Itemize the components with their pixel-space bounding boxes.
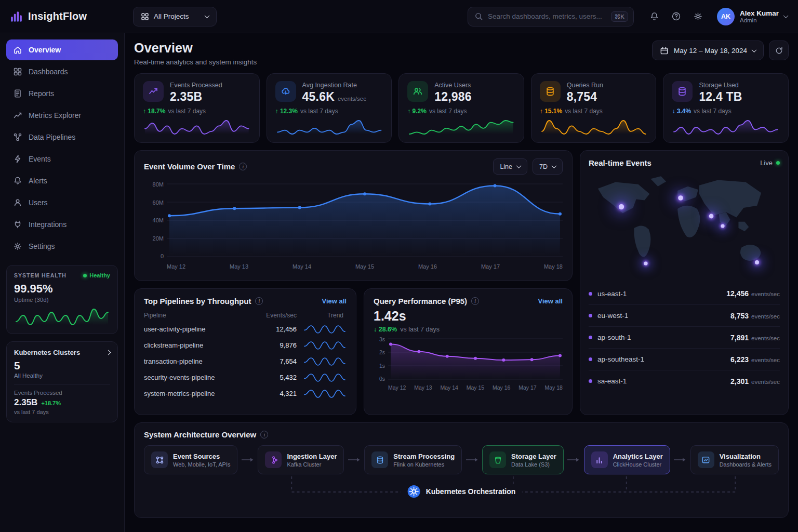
help-button[interactable] — [667, 7, 686, 26]
p95-delta: ↓ 28.6% — [374, 326, 397, 333]
monitor-chart-icon — [698, 451, 714, 468]
map-marker-layer — [589, 172, 780, 280]
kpi-label: Avg Ingestion Rate — [302, 82, 366, 89]
map-marker — [755, 260, 759, 264]
region-dot — [589, 379, 592, 383]
table-row[interactable]: user-activity-pipeline 12,456 — [144, 321, 347, 337]
cluster-count: 5 — [14, 360, 110, 372]
tick-label: May 15 — [467, 384, 484, 391]
tick-label: 2s — [379, 349, 385, 355]
kpi-sparkline — [407, 118, 515, 136]
date-range-picker[interactable]: May 12 – May 18, 2024 — [652, 41, 764, 60]
tick-label: May 16 — [493, 384, 510, 391]
kpi-delta: ↑ 12.3% — [275, 108, 298, 115]
sidebar-item-label: Dashboards — [29, 68, 68, 76]
arch-node-stream-processing[interactable]: Stream ProcessingFlink on Kubernetes — [364, 445, 462, 474]
event-volume-chart — [167, 181, 563, 259]
trend-sparkline — [303, 373, 347, 383]
x-axis: May 12May 13May 14May 15May 16May 17May … — [388, 384, 563, 391]
kpi-caption: vs last 7 days — [168, 108, 206, 115]
tick-label: 80M — [153, 181, 164, 188]
refresh-button[interactable] — [769, 41, 789, 60]
view-all-link[interactable]: View all — [322, 297, 347, 305]
kpi-card-active-users: Active Users 12,986 ↑ 9.2% vs last 7 day… — [398, 73, 524, 143]
sidebar-item-integrations[interactable]: Integrations — [6, 214, 118, 235]
sidebar-item-events[interactable]: Events — [6, 149, 118, 169]
sidebar-item-users[interactable]: Users — [6, 192, 118, 213]
sidebar-item-settings[interactable]: Settings — [6, 236, 118, 257]
sidebar-item-label: Integrations — [29, 220, 66, 229]
main-content: Overview Real-time analytics and system … — [125, 33, 798, 532]
arch-node-analytics-layer[interactable]: Analytics LayerClickHouse Cluster — [584, 445, 670, 474]
system-health-card: SYSTEM HEALTH Healthy 99.95% Uptime (30d… — [6, 265, 118, 334]
info-icon[interactable] — [260, 431, 268, 438]
sidebar-item-overview[interactable]: Overview — [6, 39, 118, 60]
sidebar-item-label: Events — [29, 155, 51, 163]
region-row[interactable]: us-east-1 12,456events/sec — [589, 283, 780, 304]
kpi-caption: vs last 7 days — [300, 108, 338, 115]
search-input[interactable] — [488, 12, 606, 20]
view-all-link[interactable]: View all — [538, 297, 563, 305]
events-processed-value: 2.35B — [14, 397, 37, 408]
arch-node-title: Stream Processing — [393, 453, 455, 460]
kubernetes-card[interactable]: Kubernetes Clusters 5 All Healthy Events… — [6, 341, 118, 422]
region-list: us-east-1 12,456events/sec eu-west-1 8,7… — [589, 283, 780, 392]
chart-type-select[interactable]: Line — [493, 158, 527, 175]
sidebar-item-label: Data Pipelines — [29, 133, 75, 141]
nodes-icon — [151, 451, 168, 468]
arch-node-storage-layer[interactable]: Storage LayerData Lake (S3) — [482, 445, 564, 474]
table-row[interactable]: clickstream-pipeline 9,876 — [144, 337, 347, 353]
sidebar-item-reports[interactable]: Reports — [6, 83, 118, 104]
info-icon[interactable] — [255, 297, 263, 305]
range-select[interactable]: 7D — [533, 158, 563, 175]
events-processed-delta: +18.7% — [41, 400, 61, 406]
kpi-caption: vs last 7 days — [565, 108, 603, 115]
tick-label: May 13 — [414, 384, 432, 391]
header-actions — [645, 7, 708, 26]
user-menu[interactable]: AK Alex Kumar Admin — [717, 8, 788, 25]
info-icon[interactable] — [239, 163, 247, 170]
region-dot — [589, 336, 592, 339]
top-bar: InsightFlow All Projects ⌘K — [0, 0, 798, 33]
table-row[interactable]: system-metrics-pipeline 4,321 — [144, 385, 347, 402]
bell-icon — [649, 11, 659, 21]
chevron-down-icon — [204, 13, 209, 18]
tick-label: May 14 — [292, 263, 311, 270]
info-icon[interactable] — [471, 297, 479, 305]
notifications-button[interactable] — [645, 7, 664, 26]
kpi-label: Active Users — [434, 82, 475, 89]
sidebar-item-data-pipelines[interactable]: Data Pipelines — [6, 127, 118, 148]
pipeline-name: user-activity-pipeline — [144, 325, 252, 333]
settings-button[interactable] — [689, 7, 708, 26]
sidebar-item-metrics-explorer[interactable]: Metrics Explorer — [6, 105, 118, 126]
map-marker — [721, 224, 724, 228]
table-row[interactable]: security-events-pipeline 5,432 — [144, 369, 347, 385]
project-selector[interactable]: All Projects — [133, 7, 217, 26]
arch-node-visualization[interactable]: VisualizationDashboards & Alerts — [690, 445, 779, 474]
region-value: 7,891 — [730, 334, 749, 342]
search-box[interactable]: ⌘K — [468, 7, 634, 26]
arrow-icon — [567, 457, 580, 462]
sidebar-item-alerts[interactable]: Alerts — [6, 170, 118, 191]
column-header: Pipeline — [144, 312, 252, 319]
region-row[interactable]: eu-west-1 8,753events/sec — [589, 304, 780, 326]
sidebar-item-dashboards[interactable]: Dashboards — [6, 61, 118, 82]
region-row[interactable]: sa-east-1 2,301events/sec — [589, 370, 780, 392]
database-icon — [371, 451, 388, 468]
panel-title: Top Pipelines by Throughput — [144, 297, 251, 305]
arch-node-title: Storage Layer — [511, 453, 556, 460]
kpi-unit: events/sec — [338, 96, 366, 102]
region-row[interactable]: ap-south-1 7,891events/sec — [589, 326, 780, 348]
arch-node-title: Visualization — [720, 453, 772, 460]
table-row[interactable]: transaction-pipeline 7,654 — [144, 353, 347, 369]
region-name: sa-east-1 — [597, 377, 627, 385]
y-axis: 80M60M40M20M0 — [144, 181, 164, 259]
kpi-row: Events Processed 2.35B ↑ 18.7% vs last 7… — [134, 73, 789, 143]
kpi-label: Storage Used — [699, 82, 745, 89]
region-row[interactable]: ap-southeast-1 6,223events/sec — [589, 348, 780, 370]
tick-label: May 18 — [544, 263, 563, 270]
arch-node-event-sources[interactable]: Event SourcesWeb, Mobile, IoT, APIs — [144, 445, 237, 474]
region-name: us-east-1 — [597, 290, 627, 298]
tick-label: 0s — [379, 376, 385, 382]
arch-node-ingestion-layer[interactable]: Ingestion LayerKafka Cluster — [258, 445, 344, 474]
